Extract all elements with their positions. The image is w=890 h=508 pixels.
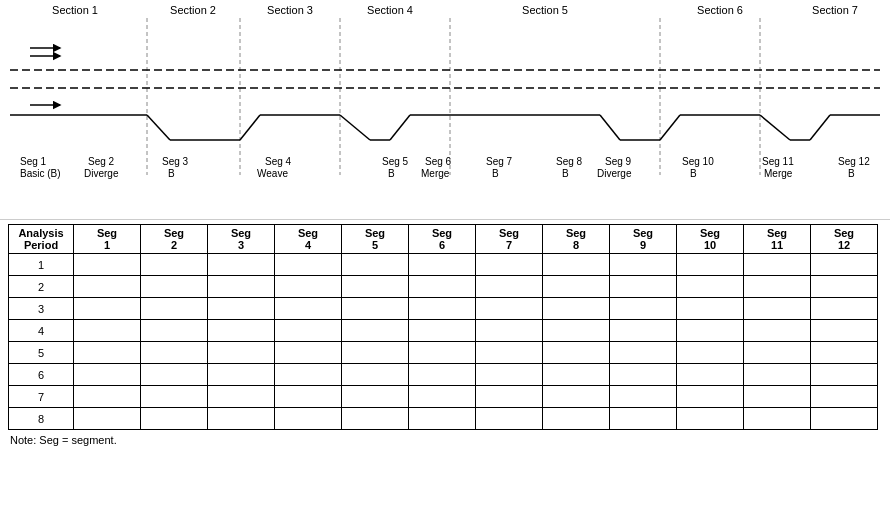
cell-period5-seg5 [342,342,409,364]
cell-period1-seg2 [141,254,208,276]
section-2-label: Section 2 [170,4,216,16]
cell-period5-seg1 [74,342,141,364]
cell-period6-seg9 [610,364,677,386]
period-3: 3 [9,298,74,320]
cell-period8-seg6 [409,408,476,430]
period-7: 7 [9,386,74,408]
cell-period2-seg12 [811,276,878,298]
cell-period5-seg9 [610,342,677,364]
table-row: 4 [9,320,878,342]
col-header-seg10: Seg10 [677,225,744,254]
cell-period8-seg4 [275,408,342,430]
cell-period7-seg10 [677,386,744,408]
section-3-label: Section 3 [267,4,313,16]
table-row: 8 [9,408,878,430]
seg6-type: Merge [421,168,450,179]
cell-period6-seg10 [677,364,744,386]
svg-line-20 [390,115,410,140]
cell-period1-seg11 [744,254,811,276]
cell-period2-seg6 [409,276,476,298]
section-6-label: Section 6 [697,4,743,16]
table-row: 5 [9,342,878,364]
cell-period3-seg12 [811,298,878,320]
note-text: Note: Seg = segment. [8,434,882,446]
cell-period8-seg8 [543,408,610,430]
seg8-type: B [562,168,569,179]
svg-line-16 [240,115,260,140]
cell-period8-seg7 [476,408,543,430]
col-header-seg3: Seg3 [208,225,275,254]
cell-period6-seg5 [342,364,409,386]
cell-period8-seg1 [74,408,141,430]
col-header-period: AnalysisPeriod [9,225,74,254]
cell-period3-seg10 [677,298,744,320]
cell-period7-seg6 [409,386,476,408]
seg3-label: Seg 3 [162,156,189,167]
cell-period4-seg12 [811,320,878,342]
svg-line-18 [340,115,370,140]
cell-period1-seg7 [476,254,543,276]
cell-period1-seg10 [677,254,744,276]
table-row: 7 [9,386,878,408]
col-header-seg2: Seg2 [141,225,208,254]
svg-line-27 [660,115,680,140]
freeway-diagram: Section 1 Section 2 Section 3 Section 4 … [0,0,890,220]
cell-period7-seg1 [74,386,141,408]
cell-period7-seg11 [744,386,811,408]
cell-period4-seg8 [543,320,610,342]
section-4-label: Section 4 [367,4,413,16]
col-header-seg1: Seg1 [74,225,141,254]
cell-period6-seg8 [543,364,610,386]
col-header-seg9: Seg9 [610,225,677,254]
cell-period3-seg4 [275,298,342,320]
section-1-label: Section 1 [52,4,98,16]
cell-period2-seg7 [476,276,543,298]
section-5-label: Section 5 [522,4,568,16]
cell-period2-seg11 [744,276,811,298]
col-header-seg8: Seg8 [543,225,610,254]
seg6-label: Seg 6 [425,156,452,167]
cell-period2-seg3 [208,276,275,298]
cell-period5-seg11 [744,342,811,364]
period-2: 2 [9,276,74,298]
cell-period2-seg8 [543,276,610,298]
svg-line-13 [147,115,170,140]
seg11-type: Merge [764,168,793,179]
cell-period4-seg11 [744,320,811,342]
cell-period4-seg9 [610,320,677,342]
cell-period3-seg7 [476,298,543,320]
seg9-label: Seg 9 [605,156,632,167]
cell-period3-seg11 [744,298,811,320]
cell-period6-seg3 [208,364,275,386]
cell-period8-seg2 [141,408,208,430]
cell-period4-seg1 [74,320,141,342]
seg9-type: Diverge [597,168,632,179]
seg1-label: Seg 1 [20,156,47,167]
cell-period3-seg9 [610,298,677,320]
seg5-label: Seg 5 [382,156,409,167]
seg12-label: Seg 12 [838,156,870,167]
analysis-table: AnalysisPeriod Seg1 Seg2 Seg3 Seg4 Seg5 … [8,224,878,430]
col-header-seg4: Seg4 [275,225,342,254]
cell-period7-seg7 [476,386,543,408]
cell-period4-seg7 [476,320,543,342]
seg2-label: Seg 2 [88,156,115,167]
cell-period6-seg1 [74,364,141,386]
cell-period3-seg5 [342,298,409,320]
cell-period8-seg10 [677,408,744,430]
seg8-label: Seg 8 [556,156,583,167]
table-row: 3 [9,298,878,320]
period-5: 5 [9,342,74,364]
svg-line-31 [810,115,830,140]
cell-period2-seg9 [610,276,677,298]
cell-period4-seg4 [275,320,342,342]
seg12-type: B [848,168,855,179]
cell-period4-seg3 [208,320,275,342]
cell-period3-seg6 [409,298,476,320]
cell-period5-seg10 [677,342,744,364]
cell-period8-seg3 [208,408,275,430]
cell-period6-seg12 [811,364,878,386]
col-header-seg11: Seg11 [744,225,811,254]
cell-period7-seg4 [275,386,342,408]
seg10-label: Seg 10 [682,156,714,167]
